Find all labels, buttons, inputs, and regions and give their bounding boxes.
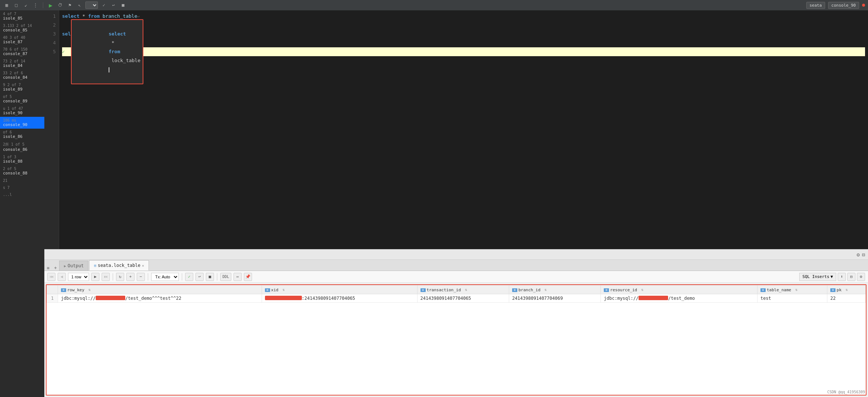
th-pk[interactable]: ⊞ pk ⇅: [827, 285, 866, 294]
next-row-button[interactable]: ▶: [91, 273, 99, 281]
tab-lock-table[interactable]: ⊞ seata.lock_table ✕: [89, 260, 149, 271]
panel-layout-icon[interactable]: ⊟: [862, 252, 865, 258]
tab-bar: ≡ + ▶ Output ⊞ seata.lock_table ✕: [44, 260, 868, 271]
result-sep-2: [148, 273, 148, 281]
toolbar-icon-2[interactable]: □: [13, 1, 20, 9]
user-badge[interactable]: seata: [806, 2, 825, 9]
sidebar-item-6[interactable]: 9 2 of 7 isole_89: [0, 81, 44, 93]
cell-row-key[interactable]: jdbc:mysql:// /test_demo^^^test^^22: [58, 294, 262, 303]
main-container: 4 of 7 isole_85 3.133 2 of 14 console_85…: [0, 10, 868, 397]
apply-button[interactable]: ✓: [185, 273, 193, 281]
th-row-key[interactable]: ⊞ row_key ⇅: [58, 285, 262, 294]
col-icon-xid: ⊞: [265, 288, 270, 292]
sidebar-item-15[interactable]: s 7: [0, 184, 44, 191]
sql-inserts-button[interactable]: SQL Inserts ▼: [799, 273, 836, 281]
table-row[interactable]: 1 jdbc:mysql:// /test_demo^^^test^^22 :2…: [47, 294, 866, 303]
sidebar-item-10[interactable]: of 6 isole_86: [0, 129, 44, 140]
refresh-button[interactable]: ↻: [116, 273, 124, 281]
run-button[interactable]: ▶: [47, 1, 54, 9]
editor-line-1: select * from branch_table ↵: [62, 12, 865, 21]
table-settings-button[interactable]: ⚙: [857, 273, 865, 281]
sidebar-item-8[interactable]: u 1 of 47 isole_90: [0, 105, 44, 117]
stop-icon[interactable]: ■: [119, 1, 127, 9]
pin-button[interactable]: 📌: [244, 273, 252, 281]
col-icon-pk: ⊞: [830, 288, 835, 292]
filter-button[interactable]: ⊟: [847, 273, 855, 281]
sidebar-item-7[interactable]: of 5 console_89: [0, 93, 44, 105]
cell-branch-id[interactable]: 2414398091407704069: [509, 294, 600, 303]
cell-pk[interactable]: 22: [827, 294, 866, 303]
tab-manage-icon[interactable]: ≡: [44, 265, 52, 271]
content-area: 1 2 3 4 5 select * from branch_table ↵: [44, 10, 868, 397]
sidebar-item-0[interactable]: 4 of 7 isole_85: [0, 10, 44, 22]
stop-button[interactable]: ■: [206, 273, 214, 281]
th-transaction-id[interactable]: ⊞ transaction_id ⇅: [417, 285, 509, 294]
cursor-icon[interactable]: ↖: [76, 1, 83, 9]
adjust-cols-button[interactable]: ⇔: [234, 273, 242, 281]
last-row-button[interactable]: ⏭: [102, 273, 110, 281]
toolbar-icon-1[interactable]: ▦: [3, 1, 10, 9]
revert-button[interactable]: ↩: [195, 273, 204, 281]
undo-icon[interactable]: ↩: [110, 1, 117, 9]
result-right-toolbar: SQL Inserts ▼ ⬇ ⊟ ⚙: [799, 273, 865, 281]
th-xid[interactable]: ⊞ xid ⇅: [262, 285, 417, 294]
editor-panel: 1 2 3 4 5 select * from branch_table ↵: [44, 10, 868, 249]
sidebar-item-3[interactable]: 70 6 of 150 console_87: [0, 46, 44, 58]
console-badge[interactable]: console_90: [828, 2, 859, 9]
cell-xid[interactable]: :2414398091407704065: [262, 294, 417, 303]
col-icon-row-key: ⊞: [61, 288, 66, 292]
clock-icon[interactable]: ⏱: [57, 1, 64, 9]
toolbar-icon-4[interactable]: ⋮: [32, 1, 39, 9]
col-icon-tx: ⊞: [421, 288, 426, 292]
check-icon[interactable]: ✓: [100, 1, 108, 9]
editor-line-4: [62, 38, 865, 47]
sidebar-item-2[interactable]: 40 3 of 40 isole_87: [0, 34, 44, 46]
remove-row-button[interactable]: −: [137, 273, 145, 281]
editor-line-5: ✓ select * from lock_table: [62, 47, 865, 56]
result-toolbar: ⏮ ◀ 1 row ▶ ⏭ ↻ + − Tx: Auto ✓ ↩ ■: [44, 271, 868, 283]
top-toolbar: ▦ □ ↙ ⋮ ▶ ⏱ ⚑ ↖ Tx: Auto ✓ ↩ ■ seata con…: [0, 0, 868, 10]
separator-1: [43, 2, 43, 8]
tab-add-icon[interactable]: +: [52, 265, 59, 271]
cell-table-name[interactable]: test: [757, 294, 827, 303]
sidebar-item-11[interactable]: 2所 1 of 5 console_86: [0, 140, 44, 153]
tab-lock-table-label: seata.lock_table: [98, 263, 140, 268]
sidebar-item-13[interactable]: 2 of 5 console_88: [0, 165, 44, 177]
editor-content[interactable]: select * from branch_table ↵ select *: [59, 10, 868, 249]
bookmark-icon[interactable]: ⚑: [66, 1, 74, 9]
th-table-name[interactable]: ⊞ table_name ⇅: [757, 285, 827, 294]
tx-select[interactable]: Tx: Auto: [85, 1, 98, 9]
first-row-button[interactable]: ⏮: [47, 273, 55, 281]
tab-close-icon[interactable]: ✕: [142, 264, 144, 268]
cell-resource-id[interactable]: jdbc:mysql:// /test_demo: [601, 294, 758, 303]
sidebar-item-12[interactable]: 1 of 3 isole_88: [0, 153, 44, 165]
col-icon-resource: ⊞: [604, 288, 609, 292]
selected-sql: select * from lock_table: [71, 19, 143, 84]
panel-settings-icon[interactable]: ⚙: [857, 252, 860, 258]
redacted-2: [265, 296, 302, 300]
toolbar-icon-3[interactable]: ↙: [22, 1, 30, 9]
col-icon-branch: ⊞: [512, 288, 517, 292]
result-tx-select[interactable]: Tx: Auto: [151, 273, 179, 281]
sidebar-item-5[interactable]: 33 2 of 6 console_84: [0, 69, 44, 81]
cell-transaction-id[interactable]: 2414398091407704065: [417, 294, 509, 303]
sidebar-item-1[interactable]: 3.133 2 of 14 console_85: [0, 22, 44, 34]
tab-output[interactable]: ▶ Output: [59, 261, 88, 271]
prev-row-button[interactable]: ◀: [58, 273, 66, 281]
ddl-button[interactable]: DDL: [220, 273, 231, 281]
th-branch-id[interactable]: ⊞ branch_id ⇅: [509, 285, 600, 294]
sidebar-item-16[interactable]: ...l: [0, 191, 44, 198]
sidebar-item-4[interactable]: 73 2 of 14 isole_84: [0, 58, 44, 69]
bottom-panel: ⚙ ⊟ ≡ + ▶ Output ⊞ seata.lock_table ✕: [44, 249, 868, 397]
col-icon-table: ⊞: [760, 288, 766, 292]
rows-select[interactable]: 1 row: [68, 273, 89, 281]
export-button[interactable]: ⬇: [838, 273, 846, 281]
th-resource-id[interactable]: ⊞ resource_id ⇅: [601, 285, 758, 294]
sidebar-item-14[interactable]: 21: [0, 177, 44, 184]
result-sep-4: [217, 273, 217, 281]
tab-output-label: Output: [68, 263, 84, 268]
add-row-button[interactable]: +: [126, 273, 135, 281]
redacted-1: [96, 296, 125, 300]
table-header-row: ⊞ row_key ⇅ ⊞ xid ⇅: [47, 285, 866, 294]
sidebar-item-9[interactable]: 106 ms console_90: [0, 117, 44, 129]
